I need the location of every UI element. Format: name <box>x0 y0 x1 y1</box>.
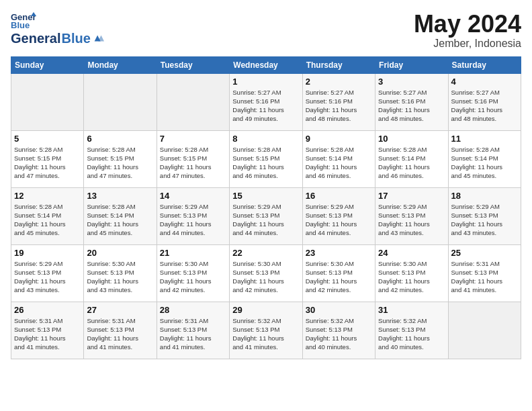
day-number: 30 <box>306 305 372 315</box>
svg-text:Blue: Blue <box>11 20 30 30</box>
calendar-cell: 5Sunrise: 5:28 AM Sunset: 5:15 PM Daylig… <box>11 130 84 187</box>
calendar-cell <box>11 73 84 130</box>
svg-marker-4 <box>98 35 104 41</box>
day-info: Sunrise: 5:28 AM Sunset: 5:15 PM Dayligh… <box>14 145 81 181</box>
day-number: 19 <box>14 248 81 258</box>
calendar-week-row: 26Sunrise: 5:31 AM Sunset: 5:13 PM Dayli… <box>11 302 521 359</box>
day-info: Sunrise: 5:29 AM Sunset: 5:13 PM Dayligh… <box>232 202 299 238</box>
calendar-cell: 17Sunrise: 5:29 AM Sunset: 5:13 PM Dayli… <box>375 187 448 244</box>
calendar-cell: 28Sunrise: 5:31 AM Sunset: 5:13 PM Dayli… <box>157 302 229 359</box>
location-title: Jember, Indonesia <box>414 38 521 50</box>
calendar-cell: 14Sunrise: 5:29 AM Sunset: 5:13 PM Dayli… <box>157 187 229 244</box>
day-info: Sunrise: 5:29 AM Sunset: 5:13 PM Dayligh… <box>306 202 372 238</box>
weekday-header: Thursday <box>302 56 375 73</box>
day-number: 27 <box>87 305 153 315</box>
calendar-cell: 27Sunrise: 5:31 AM Sunset: 5:13 PM Dayli… <box>84 302 157 359</box>
day-number: 20 <box>87 248 153 258</box>
weekday-header: Sunday <box>11 56 84 73</box>
day-info: Sunrise: 5:28 AM Sunset: 5:14 PM Dayligh… <box>451 145 518 181</box>
calendar-cell: 6Sunrise: 5:28 AM Sunset: 5:15 PM Daylig… <box>84 130 157 187</box>
calendar-cell: 20Sunrise: 5:30 AM Sunset: 5:13 PM Dayli… <box>84 244 157 302</box>
calendar-cell: 9Sunrise: 5:28 AM Sunset: 5:14 PM Daylig… <box>302 130 375 187</box>
calendar-cell: 23Sunrise: 5:30 AM Sunset: 5:13 PM Dayli… <box>302 244 375 302</box>
day-info: Sunrise: 5:28 AM Sunset: 5:15 PM Dayligh… <box>160 145 226 181</box>
day-info: Sunrise: 5:31 AM Sunset: 5:13 PM Dayligh… <box>451 259 518 295</box>
calendar-cell: 29Sunrise: 5:32 AM Sunset: 5:13 PM Dayli… <box>230 302 302 359</box>
day-number: 10 <box>378 134 445 144</box>
calendar-header-row: SundayMondayTuesdayWednesdayThursdayFrid… <box>11 56 521 73</box>
calendar-cell: 25Sunrise: 5:31 AM Sunset: 5:13 PM Dayli… <box>448 244 521 302</box>
logo-general-text: General <box>11 31 60 46</box>
day-info: Sunrise: 5:28 AM Sunset: 5:14 PM Dayligh… <box>378 145 445 181</box>
day-number: 5 <box>14 134 81 144</box>
day-number: 9 <box>306 134 372 144</box>
logo-blue-text: Blue <box>61 31 90 46</box>
month-title: May 2024 <box>414 11 521 38</box>
day-info: Sunrise: 5:27 AM Sunset: 5:16 PM Dayligh… <box>306 88 372 124</box>
day-number: 26 <box>14 305 81 315</box>
weekday-header: Wednesday <box>230 56 302 73</box>
day-info: Sunrise: 5:31 AM Sunset: 5:13 PM Dayligh… <box>14 316 81 352</box>
calendar-cell: 8Sunrise: 5:28 AM Sunset: 5:15 PM Daylig… <box>230 130 302 187</box>
day-number: 22 <box>232 248 299 258</box>
calendar-cell: 30Sunrise: 5:32 AM Sunset: 5:13 PM Dayli… <box>302 302 375 359</box>
weekday-header: Saturday <box>448 56 521 73</box>
logo-arrow-icon <box>92 33 104 45</box>
day-info: Sunrise: 5:32 AM Sunset: 5:13 PM Dayligh… <box>232 316 299 352</box>
day-number: 18 <box>451 191 518 201</box>
day-number: 6 <box>87 134 153 144</box>
day-info: Sunrise: 5:32 AM Sunset: 5:13 PM Dayligh… <box>306 316 372 352</box>
calendar-cell: 1Sunrise: 5:27 AM Sunset: 5:16 PM Daylig… <box>230 73 302 130</box>
calendar-week-row: 12Sunrise: 5:28 AM Sunset: 5:14 PM Dayli… <box>11 187 521 244</box>
day-info: Sunrise: 5:30 AM Sunset: 5:13 PM Dayligh… <box>306 259 372 295</box>
logo-icon: General Blue <box>11 11 36 30</box>
calendar-cell: 18Sunrise: 5:29 AM Sunset: 5:13 PM Dayli… <box>448 187 521 244</box>
day-info: Sunrise: 5:27 AM Sunset: 5:16 PM Dayligh… <box>451 88 518 124</box>
calendar-cell: 19Sunrise: 5:29 AM Sunset: 5:13 PM Dayli… <box>11 244 84 302</box>
calendar-table: SundayMondayTuesdayWednesdayThursdayFrid… <box>11 56 521 359</box>
calendar-cell: 12Sunrise: 5:28 AM Sunset: 5:14 PM Dayli… <box>11 187 84 244</box>
day-info: Sunrise: 5:28 AM Sunset: 5:14 PM Dayligh… <box>87 202 153 238</box>
day-number: 21 <box>160 248 226 258</box>
day-info: Sunrise: 5:29 AM Sunset: 5:13 PM Dayligh… <box>160 202 226 238</box>
day-number: 31 <box>378 305 445 315</box>
day-number: 11 <box>451 134 518 144</box>
day-number: 24 <box>378 248 445 258</box>
calendar-week-row: 5Sunrise: 5:28 AM Sunset: 5:15 PM Daylig… <box>11 130 521 187</box>
calendar-cell: 2Sunrise: 5:27 AM Sunset: 5:16 PM Daylig… <box>302 73 375 130</box>
day-info: Sunrise: 5:29 AM Sunset: 5:13 PM Dayligh… <box>451 202 518 238</box>
weekday-header: Monday <box>84 56 157 73</box>
day-number: 1 <box>232 77 299 87</box>
calendar-cell <box>84 73 157 130</box>
calendar-cell: 22Sunrise: 5:30 AM Sunset: 5:13 PM Dayli… <box>230 244 302 302</box>
day-info: Sunrise: 5:27 AM Sunset: 5:16 PM Dayligh… <box>378 88 445 124</box>
day-info: Sunrise: 5:32 AM Sunset: 5:13 PM Dayligh… <box>378 316 445 352</box>
day-number: 17 <box>378 191 445 201</box>
calendar-cell: 7Sunrise: 5:28 AM Sunset: 5:15 PM Daylig… <box>157 130 229 187</box>
calendar-cell: 4Sunrise: 5:27 AM Sunset: 5:16 PM Daylig… <box>448 73 521 130</box>
weekday-header: Tuesday <box>157 56 229 73</box>
day-info: Sunrise: 5:31 AM Sunset: 5:13 PM Dayligh… <box>87 316 153 352</box>
calendar-cell: 13Sunrise: 5:28 AM Sunset: 5:14 PM Dayli… <box>84 187 157 244</box>
day-number: 29 <box>232 305 299 315</box>
day-number: 13 <box>87 191 153 201</box>
day-number: 4 <box>451 77 518 87</box>
day-info: Sunrise: 5:31 AM Sunset: 5:13 PM Dayligh… <box>160 316 226 352</box>
day-number: 25 <box>451 248 518 258</box>
calendar-week-row: 19Sunrise: 5:29 AM Sunset: 5:13 PM Dayli… <box>11 244 521 302</box>
day-number: 23 <box>306 248 372 258</box>
day-info: Sunrise: 5:29 AM Sunset: 5:13 PM Dayligh… <box>378 202 445 238</box>
day-info: Sunrise: 5:30 AM Sunset: 5:13 PM Dayligh… <box>160 259 226 295</box>
calendar-cell: 24Sunrise: 5:30 AM Sunset: 5:13 PM Dayli… <box>375 244 448 302</box>
day-info: Sunrise: 5:29 AM Sunset: 5:13 PM Dayligh… <box>14 259 81 295</box>
calendar-cell: 26Sunrise: 5:31 AM Sunset: 5:13 PM Dayli… <box>11 302 84 359</box>
day-info: Sunrise: 5:28 AM Sunset: 5:14 PM Dayligh… <box>306 145 372 181</box>
day-number: 8 <box>232 134 299 144</box>
day-info: Sunrise: 5:30 AM Sunset: 5:13 PM Dayligh… <box>87 259 153 295</box>
weekday-header: Friday <box>375 56 448 73</box>
logo: General Blue General Blue <box>11 11 104 46</box>
calendar-cell <box>157 73 229 130</box>
day-number: 3 <box>378 77 445 87</box>
day-info: Sunrise: 5:30 AM Sunset: 5:13 PM Dayligh… <box>232 259 299 295</box>
calendar-cell: 3Sunrise: 5:27 AM Sunset: 5:16 PM Daylig… <box>375 73 448 130</box>
